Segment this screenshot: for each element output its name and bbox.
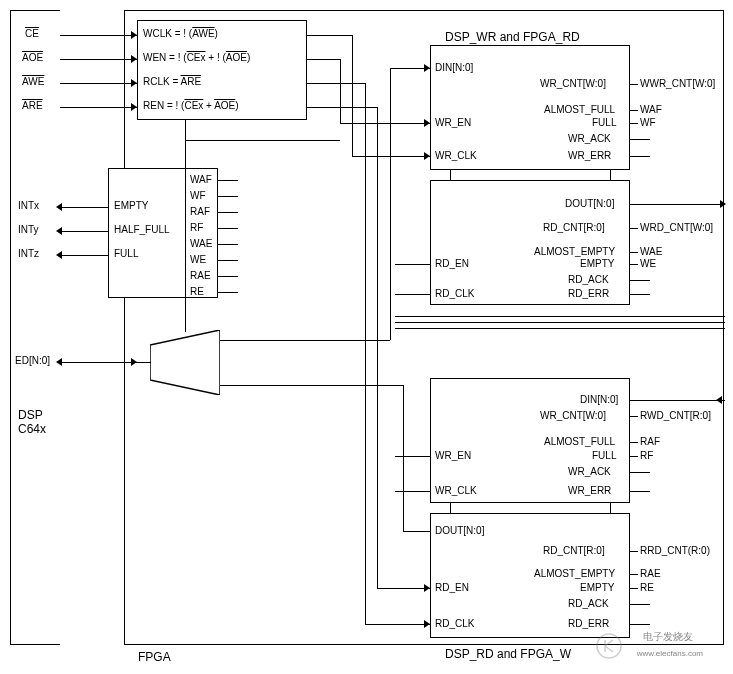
fr-ae: ALMOST_EMPTY (534, 246, 615, 257)
fr-rden: RD_EN (435, 258, 469, 269)
f2w-wrerr: WR_ERR (568, 485, 611, 496)
clk-rclk: RCLK = ARE (143, 76, 201, 87)
sig-ce: CE (25, 28, 39, 39)
fw-waf-out: WAF (640, 104, 662, 115)
fpga-name: FPGA (138, 650, 171, 664)
f2w-wrcnt: WR_CNT[W:0] (540, 410, 606, 421)
f2r-rdack: RD_ACK (568, 598, 609, 609)
fw-af: ALMOST_FULL (544, 104, 615, 115)
f2r-rden: RD_EN (435, 582, 469, 593)
st-full: FULL (114, 248, 138, 259)
fw-full: FULL (592, 117, 616, 128)
f2r-rdcnt: RD_CNT[R:0] (543, 545, 605, 556)
st-wf: WF (190, 190, 206, 201)
sig-are: ARE (22, 100, 43, 111)
clk-wen: WEN = ! (CEx + ! (AOE) (143, 52, 250, 63)
dsp-name-line2: C64x (18, 422, 46, 436)
f2r-re: RE (640, 582, 654, 593)
f2w-af: ALMOST_FULL (544, 436, 615, 447)
fw-wrclk: WR_CLK (435, 150, 477, 161)
st-rae: RAE (190, 270, 211, 281)
sig-awe: AWE (22, 76, 44, 87)
watermark-url: www.elecfans.com (637, 649, 703, 658)
st-we: WE (190, 254, 206, 265)
watermark-brand: 电子发烧友 (643, 630, 693, 644)
f2r-empty: EMPTY (580, 582, 614, 593)
fw-wren: WR_EN (435, 117, 471, 128)
fr-wae-out: WAE (640, 246, 662, 257)
fr-empty: EMPTY (580, 258, 614, 269)
f2r-dout: DOUT[N:0] (435, 525, 484, 536)
svg-marker-0 (150, 330, 220, 395)
fw-wrerr: WR_ERR (568, 150, 611, 161)
sig-aoe: AOE (22, 52, 43, 63)
st-wae: WAE (190, 238, 212, 249)
f2w-raf: RAF (640, 436, 660, 447)
sig-intz: INTz (18, 248, 39, 259)
mux-icon (150, 330, 220, 395)
f2r-rrdcnt: RRD_CNT(R:0) (640, 545, 710, 556)
st-halffull: HALF_FULL (114, 224, 170, 235)
fr-rdcnt: RD_CNT[R:0] (543, 222, 605, 233)
st-raf: RAF (190, 206, 210, 217)
fw-din: DIN[N:0] (435, 62, 473, 73)
f2w-wrclk: WR_CLK (435, 485, 477, 496)
fw-wf-out: WF (640, 117, 656, 128)
f2w-din: DIN[N:0] (580, 394, 618, 405)
svg-point-1 (597, 634, 621, 658)
fr-rdclk: RD_CLK (435, 288, 474, 299)
fr-rderr: RD_ERR (568, 288, 609, 299)
f2w-rwdcnt: RWD_CNT[R:0] (640, 410, 711, 421)
clk-wclk: WCLK = ! (AWE) (143, 28, 218, 39)
fr-rdack: RD_ACK (568, 274, 609, 285)
f2r-rderr: RD_ERR (568, 618, 609, 629)
fifo-wr-title: DSP_WR and FPGA_RD (445, 30, 580, 44)
fr-dout: DOUT[N:0] (565, 198, 614, 209)
st-empty: EMPTY (114, 200, 148, 211)
st-rf: RF (190, 222, 203, 233)
fr-we-out: WE (640, 258, 656, 269)
fw-wrcnt: WR_CNT[W:0] (540, 78, 606, 89)
f2w-full: FULL (592, 450, 616, 461)
f2r-rae: RAE (640, 568, 661, 579)
f2r-rdclk: RD_CLK (435, 618, 474, 629)
sig-ed: ED[N:0] (15, 355, 50, 366)
fw-wrack: WR_ACK (568, 133, 611, 144)
fw-wwrcnt: WWR_CNT[W:0] (640, 78, 715, 89)
st-waf: WAF (190, 174, 212, 185)
watermark-icon (595, 632, 623, 660)
f2r-ae: ALMOST_EMPTY (534, 568, 615, 579)
f2w-rf: RF (640, 450, 653, 461)
clk-ren: REN = ! (CEx + AOE) (143, 100, 239, 111)
sig-intx: INTx (18, 200, 39, 211)
f2w-wrack: WR_ACK (568, 466, 611, 477)
fr-wrdcnt: WRD_CNT[W:0] (640, 222, 713, 233)
st-re: RE (190, 286, 204, 297)
dsp-name-line1: DSP (18, 408, 43, 422)
fifo-rd-title: DSP_RD and FPGA_W (445, 647, 571, 661)
sig-inty: INTy (18, 224, 39, 235)
f2w-wren: WR_EN (435, 450, 471, 461)
